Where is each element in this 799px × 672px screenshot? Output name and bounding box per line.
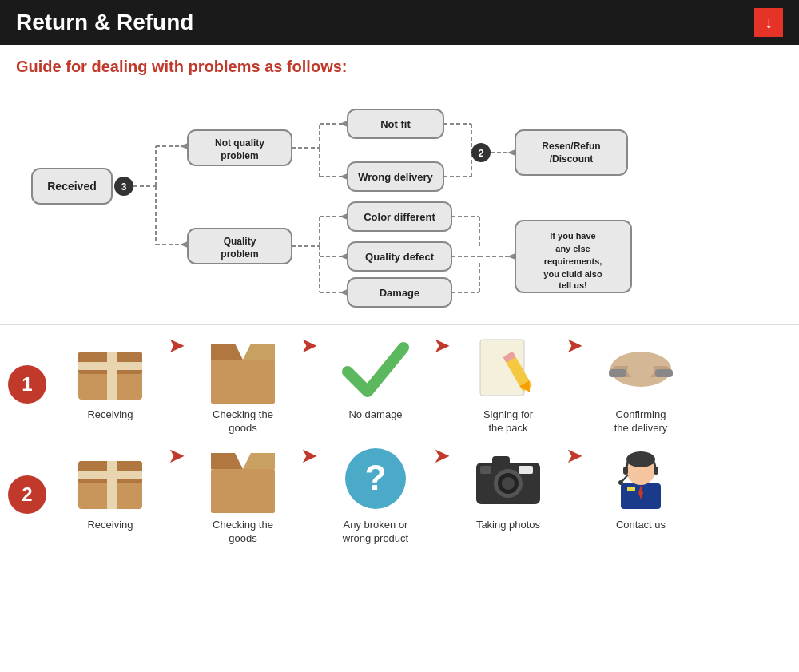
svg-rect-105 [623,467,628,475]
svg-rect-98 [492,456,510,466]
svg-marker-35 [507,149,515,156]
handshake-svg [605,336,677,404]
svg-marker-74 [243,344,275,360]
svg-text:requirements,: requirements, [544,256,602,266]
step-1-arrow-3: ➤ [433,333,451,382]
svg-text:?: ? [365,458,387,497]
svg-text:If you have: If you have [550,231,595,241]
svg-rect-82 [627,364,654,376]
steps-section: 1 Receiving ➤ [0,324,799,546]
step-2-photos: Taking photos [452,443,564,532]
svg-marker-47 [340,253,348,260]
svg-marker-91 [243,453,275,469]
step-2-photos-label: Taking photos [476,519,540,532]
guide-title: Guide for dealing with problems as follo… [16,58,783,76]
step-1-arrow-2: ➤ [300,333,318,382]
step-2-arrow-2: ➤ [300,443,318,492]
svg-rect-109 [627,487,635,491]
step-1-nodamage: No damage [320,333,431,422]
svg-marker-10 [180,241,188,248]
step-1-confirming-label: Confirmingthe delivery [614,408,667,435]
svg-text:you cluld also: you cluld also [543,269,602,279]
checking-icon [199,333,287,405]
svg-rect-70 [107,352,117,400]
svg-marker-9 [180,143,188,149]
package-closed-svg-2 [74,445,146,513]
svg-rect-36 [515,130,627,175]
pencil-svg [472,336,544,404]
svg-point-108 [618,480,623,485]
step-1-confirming: Confirmingthe delivery [585,333,697,435]
step-2-arrow-3: ➤ [433,443,451,492]
svg-marker-73 [211,344,243,360]
guide-section: Guide for dealing with problems as follo… [0,45,799,324]
step-2-contact: Contact us [585,443,697,532]
package-closed-svg [74,336,146,404]
svg-marker-23 [340,173,348,180]
step-1-arrow-1: ➤ [168,333,185,382]
step-2-receiving-label: Receiving [87,519,133,532]
question-svg: ? [340,445,411,513]
svg-text:Wrong delivery: Wrong delivery [358,171,433,183]
step-1-number: 1 [8,365,46,404]
svg-marker-61 [507,253,515,260]
svg-text:problem: problem [221,249,258,260]
svg-text:Not quality: Not quality [215,137,264,149]
step-2-receiving: Receiving [54,443,166,532]
step-2-arrow-1: ➤ [168,443,185,492]
svg-text:any else: any else [555,244,590,253]
camera-svg [472,445,544,513]
svg-text:Quality defect: Quality defect [365,251,435,263]
camera-icon [464,443,552,515]
svg-rect-88 [78,471,142,479]
header-arrow-icon: ↓ [754,8,783,37]
step-1-nodamage-label: No damage [348,408,402,422]
step-2-arrow-4: ➤ [566,443,583,492]
step-2-broken: ? Any broken orwrong product [320,443,431,546]
svg-text:2: 2 [479,148,484,159]
question-icon: ? [332,443,419,515]
svg-text:Not fit: Not fit [380,118,411,130]
step-1-signing-label: Signing forthe pack [483,408,533,435]
handshake-icon [597,333,685,405]
checkmark-icon [332,333,419,405]
step-1-receiving-label: Receiving [87,408,133,422]
svg-rect-99 [519,466,533,474]
svg-marker-90 [211,453,243,469]
svg-rect-84 [655,369,673,377]
svg-rect-83 [609,369,626,377]
package-open-svg [207,336,279,404]
svg-rect-72 [211,360,275,404]
step-1-items: Receiving ➤ Checking thegoods ➤ [54,333,791,435]
step-1-receiving: Receiving [54,333,166,422]
svg-text:tell us!: tell us! [559,280,586,290]
svg-rect-100 [480,466,491,474]
step-1-signing: Signing forthe pack [452,333,564,435]
checkmark-svg [340,336,411,404]
step-2-number: 2 [8,475,46,514]
receiving-icon [66,333,154,405]
step-1-checking: Checking thegoods [187,333,299,435]
svg-rect-89 [211,469,275,513]
flowchart-svg: Received 3 Not quality problem Quality p… [24,89,799,312]
step-2-contact-label: Contact us [616,519,666,532]
step-2-checking-label: Checking thegoods [213,519,273,546]
pencil-icon [464,333,552,405]
svg-text:Quality: Quality [224,236,256,247]
svg-text:/Discount: /Discount [550,153,594,165]
flowchart: Received 3 Not quality problem Quality p… [16,89,783,316]
step-1-row: 1 Receiving ➤ [8,333,791,435]
svg-text:problem: problem [221,150,258,161]
svg-text:Color different: Color different [364,211,435,223]
step-2-checking: Checking thegoods [187,443,299,546]
step-1-arrow-4: ➤ [566,333,583,382]
step-2-row: 2 Receiving ➤ [8,443,791,546]
header: Return & Refund ↓ [0,0,799,45]
svg-marker-46 [340,213,348,220]
svg-point-97 [502,477,515,490]
step-1-checking-label: Checking thegoods [213,408,273,435]
checking-icon-2 [199,443,287,515]
header-title: Return & Refund [16,10,193,35]
svg-text:3: 3 [121,181,127,193]
svg-marker-48 [340,289,348,296]
